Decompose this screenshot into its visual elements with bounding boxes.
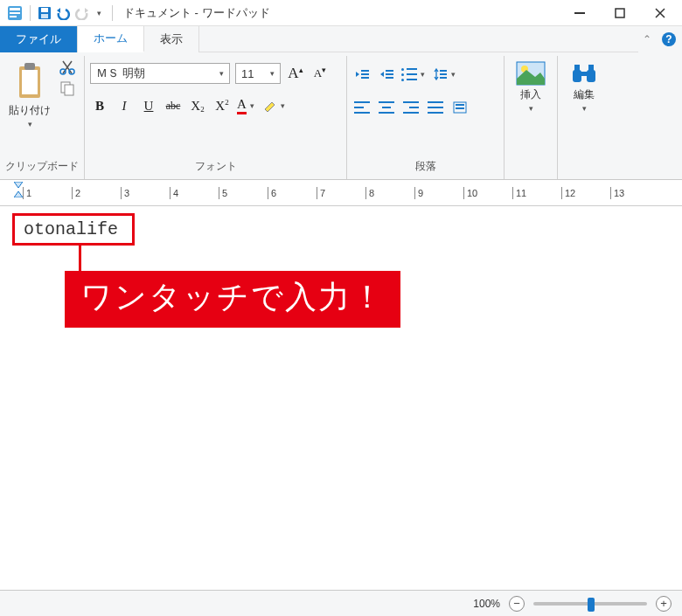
annotation-callout: ワンタッチで入力！	[65, 271, 400, 328]
paste-button[interactable]: 貼り付け ▾	[5, 58, 54, 128]
binoculars-icon	[571, 61, 597, 86]
bullet-list-button[interactable]: ▾	[401, 65, 428, 84]
svg-rect-1	[10, 8, 20, 10]
ribbon-collapse-icon[interactable]: ⌃	[638, 26, 656, 52]
svg-rect-25	[440, 73, 447, 75]
svg-rect-32	[573, 70, 581, 82]
svg-rect-6	[41, 14, 48, 18]
svg-rect-35	[574, 65, 580, 72]
ribbon-tabs: ファイル ホーム 表示 ⌃ ?	[0, 26, 682, 52]
svg-rect-23	[386, 77, 393, 79]
align-center-button[interactable]	[377, 98, 396, 117]
svg-rect-3	[10, 16, 17, 17]
group-insert: 挿入 ▾	[505, 56, 558, 179]
window-title: ドキュメント - ワードパッド	[123, 5, 270, 21]
svg-rect-21	[386, 70, 393, 72]
group-paragraph-label: 段落	[352, 156, 498, 179]
svg-text:?: ?	[665, 33, 672, 45]
callout-connector	[79, 243, 81, 271]
statusbar: 100% − +	[0, 590, 682, 616]
edit-label: 編集	[574, 89, 595, 100]
save-icon[interactable]	[38, 6, 52, 20]
font-size-value: 11	[241, 67, 254, 80]
minimize-button[interactable]	[560, 0, 600, 26]
svg-rect-28	[456, 104, 464, 106]
zoom-percent: 100%	[473, 598, 500, 610]
svg-rect-18	[361, 70, 369, 72]
chevron-down-icon: ▾	[267, 69, 278, 78]
cut-icon[interactable]	[59, 59, 75, 75]
insert-label: 挿入	[520, 89, 541, 100]
undo-icon[interactable]	[55, 6, 71, 20]
svg-rect-12	[22, 70, 38, 94]
tab-home-label: ホーム	[94, 31, 128, 46]
svg-rect-22	[386, 73, 393, 75]
clipboard-icon	[14, 61, 45, 101]
group-insert-label	[510, 158, 552, 179]
paste-label: 貼り付け	[9, 105, 51, 116]
svg-rect-33	[587, 70, 595, 82]
picture-icon	[516, 61, 546, 86]
svg-rect-2	[10, 12, 20, 14]
align-left-button[interactable]	[352, 98, 372, 117]
tab-home[interactable]: ホーム	[78, 26, 144, 52]
chevron-down-icon: ▾	[579, 104, 590, 113]
align-right-button[interactable]	[401, 98, 421, 117]
increase-indent-button[interactable]	[377, 65, 396, 84]
indent-marker-icon[interactable]	[14, 182, 23, 196]
paragraph-settings-button[interactable]	[450, 98, 470, 117]
svg-rect-19	[361, 73, 369, 75]
font-size-combo[interactable]: 11 ▾	[235, 63, 281, 84]
close-button[interactable]	[640, 0, 680, 26]
highlight-button[interactable]: ▾	[263, 96, 289, 115]
superscript-button[interactable]: X2	[212, 96, 232, 115]
group-clipboard-label: クリップボード	[5, 156, 79, 179]
group-edit: 編集 ▾	[558, 56, 610, 179]
maximize-button[interactable]	[600, 0, 640, 26]
subscript-button[interactable]: X2	[188, 96, 207, 115]
grow-font-button[interactable]: A▴	[286, 64, 305, 83]
tab-file[interactable]: ファイル	[0, 26, 78, 52]
svg-rect-20	[361, 77, 369, 79]
zoom-in-button[interactable]: +	[656, 596, 672, 612]
insert-button[interactable]: 挿入 ▾	[510, 58, 552, 113]
zoom-slider-thumb[interactable]	[588, 598, 595, 612]
svg-rect-13	[24, 63, 35, 70]
chevron-down-icon: ▾	[216, 69, 227, 78]
font-name-value: ＭＳ 明朝	[96, 66, 145, 81]
line-spacing-button[interactable]: ▾	[434, 65, 459, 84]
tab-file-label: ファイル	[16, 31, 61, 47]
svg-rect-34	[581, 72, 588, 76]
font-name-combo[interactable]: ＭＳ 明朝 ▾	[90, 63, 230, 84]
svg-rect-36	[588, 65, 594, 72]
zoom-out-button[interactable]: −	[509, 596, 525, 612]
document-area[interactable]: otonalife ワンタッチで入力！	[0, 206, 682, 590]
svg-rect-24	[440, 70, 447, 72]
edit-button[interactable]: 編集 ▾	[563, 58, 605, 113]
typed-text: otonalife	[24, 219, 118, 239]
underline-button[interactable]: U	[139, 96, 158, 115]
zoom-slider[interactable]	[533, 602, 647, 606]
font-color-button[interactable]: A▾	[237, 96, 258, 115]
ruler[interactable]	[0, 180, 682, 206]
shrink-font-button[interactable]: A▾	[310, 64, 330, 83]
redo-icon[interactable]	[74, 6, 90, 20]
svg-rect-17	[65, 85, 73, 95]
strikethrough-button[interactable]: abc	[164, 96, 183, 115]
copy-icon[interactable]	[59, 80, 75, 96]
align-justify-button[interactable]	[426, 98, 445, 117]
group-paragraph: ▾ ▾ 段落	[347, 56, 505, 179]
group-edit-label	[563, 158, 605, 179]
tab-view[interactable]: 表示	[144, 26, 199, 52]
typed-text-highlight: otonalife	[12, 213, 135, 246]
svg-rect-29	[456, 107, 464, 109]
ruler-scale	[23, 187, 679, 204]
italic-button[interactable]: I	[115, 96, 134, 115]
group-font: ＭＳ 明朝 ▾ 11 ▾ A▴ A▾ B I U abc X2 X2 A▾	[85, 56, 347, 179]
group-clipboard: 貼り付け ▾ クリップボード	[0, 56, 85, 179]
bold-button[interactable]: B	[90, 96, 109, 115]
ribbon: 貼り付け ▾ クリップボード ＭＳ 明朝 ▾ 11	[0, 52, 682, 180]
decrease-indent-button[interactable]	[352, 65, 372, 84]
qat-customize-icon[interactable]: ▾	[94, 9, 105, 17]
help-icon[interactable]: ?	[656, 26, 682, 52]
